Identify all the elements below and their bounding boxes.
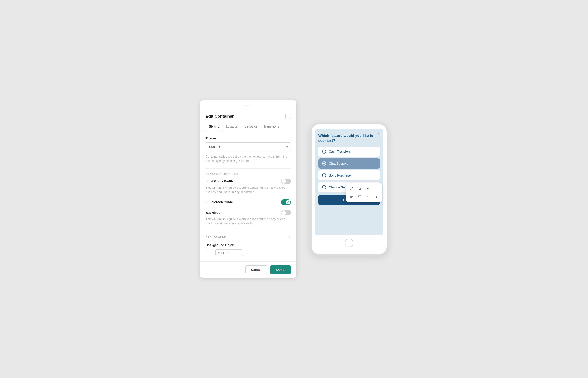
radio-circle-3 — [322, 173, 326, 177]
tab-location[interactable]: Location — [223, 122, 241, 131]
done-button[interactable]: Done — [270, 265, 291, 274]
panel-body: Theme Custom ▾ Container styles are set … — [200, 131, 296, 261]
theme-dropdown[interactable]: Custom — [206, 142, 291, 151]
backdrop-header: Backdrop — [206, 210, 291, 216]
toolbar-row-2 — [348, 193, 380, 200]
radio-option-bond-purchase[interactable]: Bond Purchase — [318, 170, 380, 180]
radio-label-chat-support: Chat Support — [329, 162, 348, 165]
phone-home-button[interactable] — [345, 239, 354, 247]
phone-mockup: ✕ Which feature would you like to see ne… — [310, 123, 388, 256]
panel-title: Edit Container — [206, 114, 234, 119]
color-hex-input[interactable] — [215, 249, 243, 256]
limit-guide-width-toggle[interactable] — [281, 179, 291, 184]
full-screen-guide-toggle[interactable]: ✓ — [281, 199, 291, 205]
radio-label-bond-purchase: Bond Purchase — [329, 174, 351, 177]
full-screen-guide-header: Full Screen Guide ✓ — [206, 199, 291, 205]
bg-color-row — [206, 249, 291, 256]
color-swatch[interactable] — [206, 249, 213, 256]
radio-option-cash-transfers[interactable]: Cash Transfers — [318, 147, 380, 157]
svg-rect-5 — [359, 196, 361, 198]
limit-guide-width-row: Limit Guide Width This will limit this g… — [206, 179, 291, 194]
svg-rect-1 — [359, 189, 361, 189]
theme-section: Theme Custom ▾ Container styles are set … — [206, 136, 291, 163]
svg-rect-0 — [358, 188, 361, 188]
limit-guide-width-header: Limit Guide Width — [206, 179, 291, 184]
background-section-header: BACKGROUND ∧ — [206, 235, 291, 240]
toolbar-row-1 — [348, 185, 380, 192]
divider-2 — [206, 231, 291, 231]
drag-handle: ··· — [200, 100, 296, 109]
radio-option-chat-support[interactable]: Chat Support — [318, 158, 380, 169]
background-section-label: BACKGROUND — [206, 236, 227, 239]
tabs-bar: Styling Location Behavior Transitions — [200, 122, 296, 131]
divider-1 — [206, 168, 291, 169]
panel-footer: Cancel Done — [200, 261, 296, 278]
toolbar-edit-button[interactable] — [348, 185, 355, 192]
toolbar-align-button[interactable] — [348, 193, 355, 200]
limit-guide-width-title: Limit Guide Width — [206, 179, 233, 183]
theme-hint: Container styles are set by the theme. Y… — [206, 154, 291, 163]
float-toolbar — [346, 183, 382, 202]
cancel-button[interactable]: Cancel — [245, 265, 267, 274]
radio-label-cash-transfers: Cash Transfers — [329, 150, 351, 153]
phone-question: Which feature would you like to see next… — [318, 133, 380, 144]
toggle-knob-limit — [281, 179, 286, 184]
toggle-knob-backdrop — [281, 210, 286, 215]
container-settings-label: CONTAINER SETTINGS — [206, 173, 291, 176]
radio-circle-4 — [322, 185, 326, 189]
minimize-button[interactable]: — — [286, 114, 291, 119]
radio-circle-2 — [322, 162, 326, 165]
radio-circle-1 — [322, 149, 326, 154]
background-collapse-icon[interactable]: ∧ — [288, 235, 291, 240]
toolbar-copy-button[interactable] — [356, 193, 363, 200]
phone-close-icon[interactable]: ✕ — [377, 131, 380, 136]
toolbar-pin-button[interactable] — [365, 185, 371, 192]
toolbar-down-button[interactable] — [373, 193, 380, 200]
tab-behavior[interactable]: Behavior — [241, 122, 260, 131]
tab-styling[interactable]: Styling — [206, 122, 223, 131]
edit-container-panel: ··· Edit Container — Styling Location Be… — [200, 100, 296, 278]
bg-color-label: Background Color — [206, 243, 291, 247]
theme-dropdown-wrap: Custom ▾ — [206, 142, 291, 151]
toolbar-delete-button[interactable] — [356, 185, 363, 192]
backdrop-hint: This will limit this guide's width to a … — [206, 217, 291, 226]
submit-area: Submit — [318, 195, 380, 205]
panel-header: Edit Container — — [200, 109, 296, 119]
full-screen-guide-row: Full Screen Guide ✓ — [206, 199, 291, 205]
toggle-knob-fullscreen: ✓ — [286, 200, 290, 204]
radio-dot-2 — [323, 162, 325, 164]
full-screen-guide-title: Full Screen Guide — [206, 200, 233, 204]
phone-inner: ✕ Which feature would you like to see ne… — [315, 129, 383, 235]
theme-label: Theme — [206, 136, 291, 140]
tab-transitions[interactable]: Transitions — [260, 122, 282, 131]
backdrop-toggle[interactable] — [281, 210, 291, 216]
backdrop-title: Backdrop — [206, 211, 220, 215]
limit-guide-hint: This will limit this guide's width to a … — [206, 186, 291, 194]
toolbar-up-button[interactable] — [365, 193, 371, 200]
backdrop-row: Backdrop This will limit this guide's wi… — [206, 210, 291, 226]
